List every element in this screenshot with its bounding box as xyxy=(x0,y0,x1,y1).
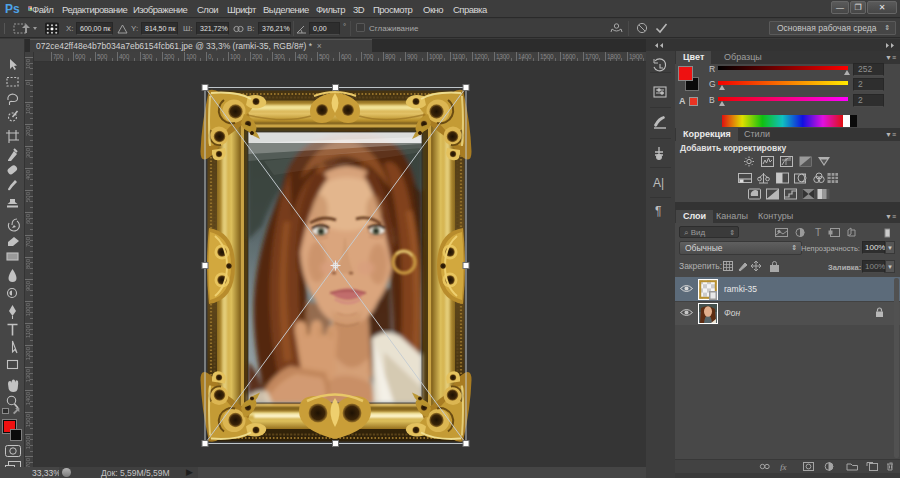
svg-text:T: T xyxy=(815,227,821,238)
svg-text:fx: fx xyxy=(780,462,787,471)
svg-text:¶: ¶ xyxy=(655,204,661,218)
svg-text:A|: A| xyxy=(653,176,664,190)
